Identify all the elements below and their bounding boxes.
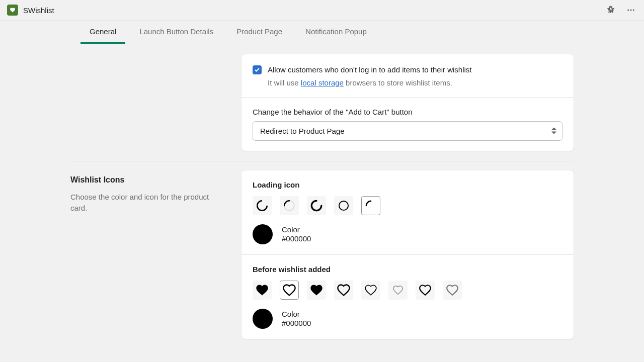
icons-desc: Choose the color and icon for the produc… [70, 192, 221, 214]
icons-side: Wishlist Icons Choose the color and icon… [70, 170, 221, 339]
atc-label: Change the behavior of the "Add to Cart"… [253, 108, 562, 116]
app-title: SWishlist [23, 6, 54, 15]
before-color-swatch[interactable] [253, 309, 273, 329]
topbar-left: SWishlist [7, 5, 54, 16]
tab-launch-button[interactable]: Launch Button Details [130, 21, 222, 44]
loading-color-meta: Color #000000 [282, 225, 311, 243]
loading-icon-option-3[interactable] [307, 196, 326, 215]
section-wishlist-icons: Wishlist Icons Choose the color and icon… [70, 161, 574, 349]
atc-block: Change the behavior of the "Add to Cart"… [242, 97, 574, 151]
before-icon-row [253, 281, 562, 300]
before-icon-option-1[interactable] [253, 281, 272, 300]
before-color-value: #000000 [282, 319, 311, 327]
anon-label: Allow customers who don't log in to add … [268, 64, 472, 75]
before-icon-option-3[interactable] [307, 281, 326, 300]
anon-text: Allow customers who don't log in to add … [268, 64, 472, 87]
svg-point-5 [339, 201, 348, 210]
svg-point-3 [257, 201, 267, 211]
loading-icon-option-5[interactable] [361, 196, 380, 215]
section-main: Allow customers who don't log in to add … [242, 54, 574, 151]
svg-point-1 [630, 10, 632, 11]
anon-block: Allow customers who don't log in to add … [242, 54, 574, 97]
before-heading: Before wishlist added [253, 265, 562, 274]
atc-select[interactable]: Redirect to Product Page [253, 121, 562, 141]
more-icon[interactable] [625, 4, 637, 16]
tab-general[interactable]: General [80, 21, 125, 44]
anon-subtext: It will use local storage browsers to st… [268, 78, 472, 87]
icons-title: Wishlist Icons [70, 175, 221, 185]
anon-sub-prefix: It will use [268, 78, 301, 87]
before-icon-option-2[interactable] [280, 281, 299, 300]
topbar-actions [605, 4, 637, 16]
before-icon-option-6[interactable] [388, 281, 408, 300]
svg-point-2 [633, 10, 634, 11]
anon-checkbox-row: Allow customers who don't log in to add … [253, 64, 562, 87]
local-storage-link[interactable]: local storage [301, 78, 344, 87]
anon-checkbox[interactable] [253, 65, 262, 74]
tab-notification-popup[interactable]: Notification Popup [296, 21, 376, 44]
loading-color-value: #000000 [282, 234, 311, 243]
tabbar: General Launch Button Details Product Pa… [0, 21, 644, 44]
loading-icon-row [253, 196, 562, 215]
before-color-row: Color #000000 [253, 309, 562, 329]
atc-select-wrap: Redirect to Product Page [253, 121, 562, 141]
loading-block: Loading icon [242, 170, 574, 254]
before-icon-option-5[interactable] [361, 281, 380, 300]
before-icon-option-7[interactable] [416, 281, 435, 300]
svg-point-0 [627, 10, 629, 11]
icons-main: Loading icon [242, 170, 574, 339]
loading-icon-option-1[interactable] [253, 196, 272, 215]
loading-heading: Loading icon [253, 180, 562, 189]
tab-product-page[interactable]: Product Page [227, 21, 291, 44]
loading-color-row: Color #000000 [253, 224, 562, 244]
loading-icon-option-2[interactable] [280, 196, 299, 215]
topbar: SWishlist [0, 0, 644, 21]
icons-card: Loading icon [242, 170, 574, 339]
section-general-settings: Allow customers who don't log in to add … [70, 54, 574, 161]
before-color-label: Color [282, 310, 311, 318]
page-content: Allow customers who don't log in to add … [70, 44, 574, 362]
loading-icon-option-4[interactable] [334, 196, 353, 215]
loading-color-label: Color [282, 225, 311, 234]
before-block: Before wishlist added [242, 254, 574, 339]
before-icon-option-4[interactable] [334, 281, 353, 300]
anon-sub-suffix: browsers to store wishlist items. [344, 78, 452, 87]
settings-card: Allow customers who don't log in to add … [242, 54, 574, 151]
before-color-meta: Color #000000 [282, 310, 311, 327]
section-side-empty [70, 54, 221, 151]
pin-icon[interactable] [605, 4, 617, 16]
loading-color-swatch[interactable] [253, 224, 273, 244]
before-icon-option-8[interactable] [443, 281, 462, 300]
app-icon [7, 5, 18, 16]
